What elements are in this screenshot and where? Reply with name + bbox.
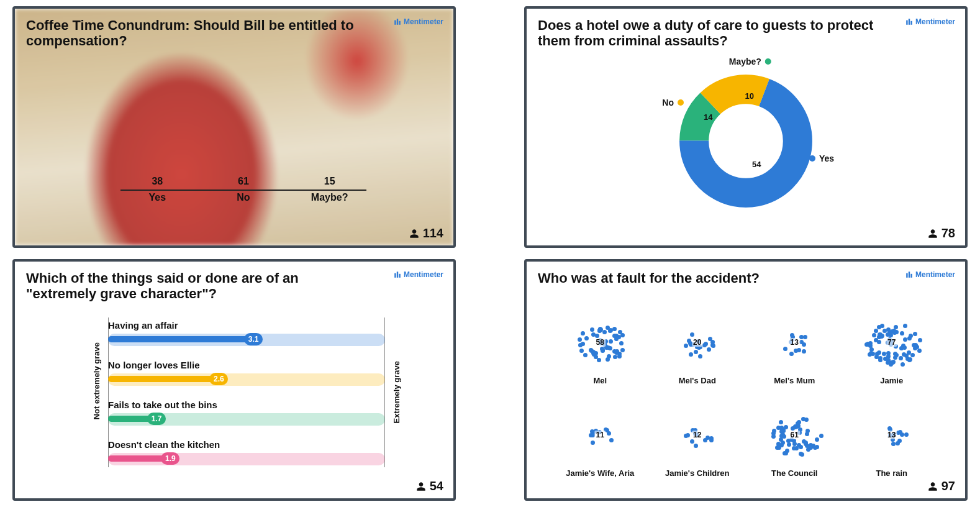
respondent-count: 78 — [928, 226, 955, 240]
brand-text: Mentimeter — [915, 17, 955, 26]
legend-dot — [765, 58, 771, 65]
respondent-number: 78 — [941, 226, 955, 240]
legend-dot — [809, 155, 815, 162]
cluster-melsmum: 13Mel's Mum — [746, 311, 843, 385]
donut-label-maybe: Maybe? — [729, 57, 771, 66]
scale-row: Having an affair3.1 — [108, 317, 385, 352]
svg-rect-2 — [399, 21, 400, 25]
cluster-value: 13 — [886, 431, 897, 439]
person-icon — [928, 229, 938, 239]
cluster-jamie: 77Jamie — [843, 311, 941, 385]
slide-grave-scales: Which of the things said or done are of … — [12, 259, 456, 501]
cluster-label: Mel's Dad — [679, 376, 716, 385]
slide-title: Which of the things said or done are of … — [26, 270, 366, 302]
slide-fault-clusters: Who was at fault for the accident? Menti… — [524, 259, 968, 501]
donut-value: 10 — [745, 91, 754, 101]
scale-value-knob: 1.9 — [161, 452, 179, 465]
slide-hotel-donut: Does a hotel owe a duty of care to guest… — [524, 6, 968, 248]
bar-label: Maybe? — [300, 192, 360, 208]
cluster-jamieschildren: 12Jamie's Children — [649, 404, 746, 478]
svg-rect-5 — [910, 21, 912, 25]
svg-rect-0 — [394, 21, 396, 25]
respondent-count: 114 — [409, 226, 443, 240]
cluster-value: 20 — [692, 338, 702, 347]
brand-icon — [394, 18, 401, 25]
scale-chart: Not extremely grave Extremely grave Havi… — [108, 317, 385, 467]
cluster-dots: 11 — [560, 404, 640, 466]
scale-value-knob: 3.1 — [244, 333, 263, 345]
svg-rect-4 — [909, 19, 910, 25]
respondent-count: 54 — [416, 479, 443, 493]
cluster-value: 11 — [595, 431, 606, 439]
legend-dot — [678, 99, 684, 106]
scale-left-label: Not extremely grave — [92, 342, 101, 419]
mentimeter-brand: Mentimeter — [905, 270, 955, 279]
cluster-dots: 13 — [851, 404, 932, 466]
cluster-label: Jamie's Wife, Aria — [566, 468, 634, 478]
scale-item-label: No longer loves Ellie — [108, 360, 200, 370]
cluster-label: The rain — [876, 468, 907, 478]
scale-value-knob: 1.7 — [147, 413, 166, 425]
respondent-number: 97 — [941, 479, 955, 493]
scale-item-label: Doesn't clean the kitchen — [108, 439, 220, 450]
bar-label: No — [214, 192, 273, 208]
cluster-grid: 58Mel20Mel's Dad13Mel's Mum77Jamie11Jami… — [551, 311, 940, 467]
mentimeter-brand: Mentimeter — [905, 17, 955, 26]
brand-text: Mentimeter — [404, 270, 443, 279]
scale-bar — [108, 336, 253, 342]
mentimeter-brand: Mentimeter — [394, 270, 443, 279]
donut-label-yes: Yes — [809, 153, 834, 163]
person-icon — [416, 482, 426, 491]
donut-chart: Maybe?NoYes 101454 — [678, 73, 814, 209]
slide-title: Who was at fault for the accident? — [538, 270, 866, 286]
cluster-label: The Council — [771, 468, 817, 478]
cluster-dots: 13 — [754, 311, 835, 373]
cluster-dots: 77 — [851, 311, 932, 373]
slide-title: Coffee Time Conundrum: Should Bill be en… — [26, 17, 366, 49]
brand-icon — [394, 271, 401, 278]
cluster-jamieswifearia: 11Jamie's Wife, Aria — [551, 404, 649, 478]
respondent-count: 97 — [928, 479, 955, 493]
respondent-number: 114 — [423, 226, 443, 240]
scale-value-knob: 2.6 — [209, 373, 228, 385]
scale-row: No longer loves Ellie2.6 — [108, 357, 385, 392]
brand-text: Mentimeter — [915, 270, 955, 279]
slide-coffee-bar: Coffee Time Conundrum: Should Bill be en… — [12, 6, 456, 248]
cluster-label: Mel — [593, 376, 607, 385]
cluster-label: Jamie — [880, 376, 903, 385]
cluster-therain: 13The rain — [843, 404, 941, 478]
cluster-dots: 61 — [754, 404, 835, 466]
cluster-dots: 58 — [560, 311, 640, 373]
slide-title: Does a hotel owe a duty of care to guest… — [538, 17, 878, 49]
x-axis — [120, 190, 366, 191]
cluster-value: 58 — [595, 338, 606, 347]
donut-label-no: No — [662, 98, 684, 107]
cluster-label: Jamie's Children — [665, 468, 730, 478]
cluster-value: 77 — [886, 338, 897, 347]
cluster-mel: 58Mel — [551, 311, 649, 385]
bar-label: Yes — [127, 192, 187, 208]
cluster-label: Mel's Mum — [774, 376, 815, 385]
cluster-dots: 12 — [657, 404, 738, 466]
cluster-value: 12 — [692, 431, 702, 439]
scale-right-label: Extremely grave — [392, 361, 401, 423]
scale-bar — [108, 376, 219, 382]
svg-rect-7 — [397, 272, 398, 278]
bar-value: 38 — [127, 176, 187, 187]
svg-rect-9 — [906, 273, 907, 278]
cluster-thecouncil: 61The Council — [746, 404, 843, 478]
scale-item-label: Fails to take out the bins — [108, 400, 217, 410]
brand-text: Mentimeter — [404, 17, 443, 26]
svg-rect-6 — [394, 273, 396, 278]
svg-rect-3 — [906, 21, 907, 25]
brand-icon — [905, 18, 913, 25]
bar-value: 61 — [214, 176, 273, 187]
cluster-dots: 20 — [657, 311, 738, 373]
cluster-melsdad: 20Mel's Dad — [649, 311, 746, 385]
person-icon — [928, 482, 938, 491]
svg-rect-10 — [909, 272, 910, 278]
scale-item-label: Having an affair — [108, 320, 178, 331]
svg-rect-11 — [910, 274, 912, 278]
bar-chart: 386115 YesNoMaybe? — [120, 58, 366, 208]
person-icon — [409, 229, 419, 239]
